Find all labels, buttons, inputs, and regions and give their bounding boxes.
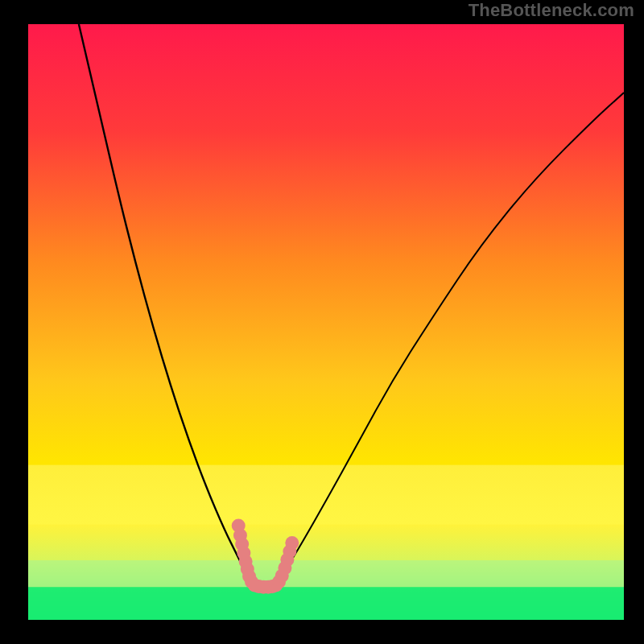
chart-svg [28, 24, 624, 620]
gradient-background [28, 24, 624, 620]
valley-dot [285, 536, 299, 550]
watermark-text: TheBottleneck.com [469, 0, 634, 21]
yellow-band [28, 465, 624, 525]
chart-stage: TheBottleneck.com [0, 0, 644, 644]
plot-area [28, 24, 624, 620]
light-green-band [28, 560, 624, 587]
green-band [28, 587, 624, 620]
